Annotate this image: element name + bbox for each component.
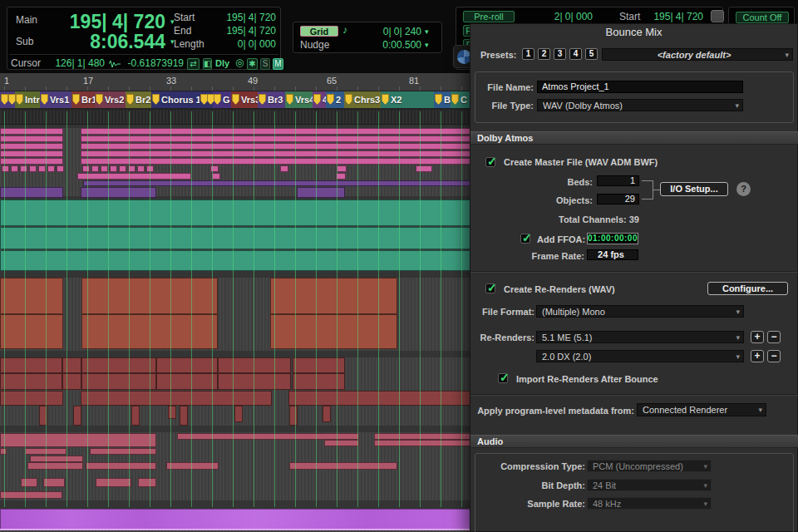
- link-track-edit-icon[interactable]: ◧: [203, 58, 212, 70]
- delay-indicator[interactable]: Dly: [215, 58, 229, 68]
- region-clip[interactable]: [47, 165, 55, 172]
- add-rerender-button[interactable]: +: [751, 331, 764, 343]
- region-clip[interactable]: [77, 173, 191, 180]
- region-clip[interactable]: [218, 357, 291, 373]
- objects-field[interactable]: 29: [597, 194, 639, 204]
- region-clip[interactable]: [289, 406, 298, 426]
- chevron-down-icon[interactable]: ▾: [425, 27, 429, 36]
- region-clip[interactable]: [0, 128, 63, 135]
- preset-3-button[interactable]: 3: [554, 48, 566, 60]
- region-clip[interactable]: [21, 478, 37, 487]
- region-clip[interactable]: [81, 373, 156, 390]
- region-clip[interactable]: [86, 462, 156, 470]
- region-clip[interactable]: [323, 406, 331, 422]
- preroll-value[interactable]: 2| 0| 000: [526, 11, 593, 22]
- marker-segment[interactable]: [406, 91, 434, 108]
- region-clip[interactable]: [374, 440, 470, 446]
- region-clip[interactable]: [119, 165, 126, 172]
- bars-ruler[interactable]: 11733496581: [0, 73, 470, 91]
- region-clip[interactable]: [81, 357, 156, 373]
- remove-rerender-button[interactable]: −: [767, 331, 781, 343]
- insertion-follows-playback-icon[interactable]: ◎: [235, 57, 244, 68]
- region-clip[interactable]: [156, 373, 218, 390]
- region-clip[interactable]: [289, 462, 397, 470]
- solo-button[interactable]: S: [260, 58, 270, 70]
- region-clip[interactable]: [82, 165, 90, 172]
- region-clip[interactable]: [131, 406, 140, 426]
- region-clip[interactable]: [62, 373, 81, 390]
- region-clip[interactable]: [218, 373, 291, 390]
- mute-button[interactable]: M: [273, 58, 283, 70]
- file-type-select[interactable]: WAV (Dolby Atmos) ▾: [537, 99, 743, 111]
- region-clip[interactable]: [337, 165, 347, 172]
- region-clip[interactable]: [212, 173, 220, 180]
- region-clip[interactable]: [0, 200, 470, 226]
- region-clip[interactable]: [0, 250, 470, 271]
- region-clip[interactable]: [0, 509, 470, 530]
- region-clip[interactable]: [324, 440, 359, 446]
- help-button[interactable]: ?: [736, 182, 751, 196]
- preset-5-button[interactable]: 5: [585, 48, 598, 60]
- create-master-checkbox[interactable]: ✓: [485, 157, 495, 167]
- link-timeline-edit-icon[interactable]: ⇄: [187, 58, 200, 70]
- region-clip[interactable]: [166, 462, 219, 470]
- region-clip[interactable]: [11, 165, 18, 172]
- region-clip[interactable]: [156, 357, 218, 373]
- region-clip[interactable]: [57, 165, 64, 172]
- transport-small-button[interactable]: [711, 10, 724, 22]
- rerender-1-select[interactable]: 5.1 ME (5.1) ▾: [536, 331, 744, 343]
- region-clip[interactable]: [81, 391, 272, 406]
- sel-end-value[interactable]: 195| 4| 720: [209, 25, 276, 37]
- main-counter[interactable]: 195| 4| 720: [66, 11, 165, 33]
- beds-field[interactable]: 1: [597, 175, 639, 186]
- region-clip[interactable]: [20, 165, 27, 172]
- region-clip[interactable]: [234, 406, 243, 422]
- sub-counter[interactable]: 8:06.544: [66, 31, 165, 53]
- region-clip[interactable]: [177, 433, 359, 440]
- region-clip[interactable]: [29, 165, 37, 172]
- region-clip[interactable]: [0, 433, 156, 447]
- region-clip[interactable]: [0, 491, 62, 499]
- region-clip[interactable]: [0, 187, 63, 198]
- region-clip[interactable]: [297, 187, 345, 198]
- region-clip[interactable]: [280, 165, 288, 172]
- region-clip[interactable]: [0, 314, 63, 349]
- region-clip[interactable]: [0, 357, 62, 373]
- region-clip[interactable]: [110, 165, 117, 172]
- file-name-input[interactable]: Atmos Project_1: [537, 81, 743, 93]
- file-format-select[interactable]: (Multiple) Mono ▾: [536, 305, 744, 318]
- region-clip[interactable]: [83, 180, 470, 186]
- create-rerenders-checkbox[interactable]: ✓: [485, 283, 495, 293]
- shrunk-track[interactable]: [0, 110, 470, 125]
- mirrored-midi-icon[interactable]: ✱: [247, 58, 258, 70]
- import-rerenders-checkbox[interactable]: ✓: [498, 373, 508, 383]
- markers-ruler[interactable]: IntroVrs1Br1Vrs2Br2Chorus 1GVrs3Br3Vrs44…: [0, 91, 470, 110]
- preset-select[interactable]: <factory default> ▾: [602, 48, 793, 61]
- region-clip[interactable]: [62, 357, 81, 373]
- region-clip[interactable]: [168, 406, 176, 419]
- region-clip[interactable]: [90, 448, 156, 455]
- preset-4-button[interactable]: 4: [569, 48, 582, 60]
- preroll-button[interactable]: Pre-roll: [463, 11, 515, 22]
- region-clip[interactable]: [81, 150, 470, 157]
- region-clip[interactable]: [81, 135, 470, 142]
- region-clip[interactable]: [0, 135, 63, 142]
- region-clip[interactable]: [81, 143, 470, 150]
- frame-rate-field[interactable]: 24 fps: [587, 249, 638, 260]
- count-off-button[interactable]: Count Off: [736, 12, 789, 23]
- region-clip[interactable]: [0, 391, 63, 406]
- remove-rerender-button[interactable]: −: [767, 350, 781, 362]
- region-clip[interactable]: [0, 373, 62, 390]
- configure-button[interactable]: Configure...: [707, 282, 788, 295]
- region-clip[interactable]: [91, 165, 99, 172]
- region-clip[interactable]: [0, 448, 7, 455]
- grid-value[interactable]: 0| 0| 240: [347, 26, 421, 37]
- region-clip[interactable]: [73, 406, 81, 426]
- ffoa-timecode-field[interactable]: 01:00:00:00: [587, 233, 638, 244]
- preset-2-button[interactable]: 2: [538, 48, 550, 60]
- region-clip[interactable]: [81, 187, 156, 198]
- region-clip[interactable]: [374, 433, 470, 440]
- preset-1-button[interactable]: 1: [522, 48, 534, 60]
- region-clip[interactable]: [0, 143, 63, 150]
- add-rerender-button[interactable]: +: [751, 350, 764, 362]
